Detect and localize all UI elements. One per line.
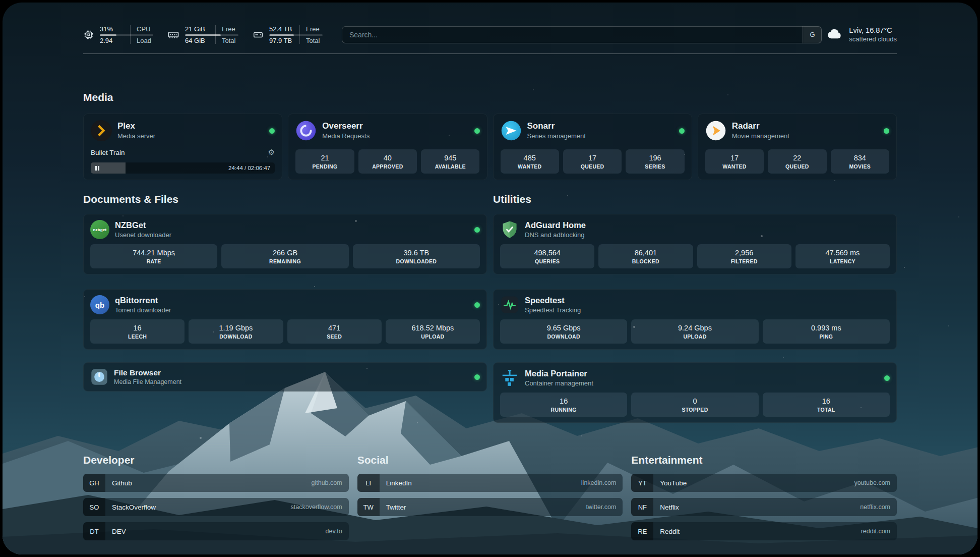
status-dot [474,227,480,233]
app-name: Sonarr [527,122,586,131]
stat-label: QUEUED [785,163,809,170]
radarr-icon [705,120,726,141]
bookmark-abbr: SO [83,498,105,516]
app-name: qBittorrent [115,296,171,305]
bookmark-abbr: YT [631,474,653,492]
card-header: qb qBittorrent Torrent downloader [90,295,480,314]
app-card-radarr[interactable]: Radarr Movie management 17 WANTED 22 QUE… [698,114,897,180]
bookmark-name: YouTube [660,479,687,487]
section-title-entertainment: Entertainment [631,454,897,466]
overseerr-available-stat: 945 AVAILABLE [421,149,479,174]
bookmark-name: Netflix [660,504,679,511]
stat-label: WANTED [722,163,746,170]
disk-total-value: 97.9 TB [269,37,300,44]
stat-value: 9.65 Gbps [547,324,581,332]
app-card-adguard[interactable]: AdGuard Home DNS and adblocking 498,564 … [493,214,897,274]
now-playing-title: Bullet Train [91,149,125,156]
bookmark-url: netflix.com [860,504,890,511]
bookmark-stackoverflow[interactable]: SO StackOverflow stackoverflow.com [83,498,349,516]
qbittorrent-icon-text: qb [95,301,105,309]
bookmark-url: reddit.com [861,528,890,535]
app-card-speedtest[interactable]: Speedtest Speedtest Tracking 9.65 Gbps D… [493,289,897,350]
disk-free-value: 52.4 TB [269,25,300,33]
adguard-filtered-stat: 2,956 FILTERED [697,244,791,268]
stat-value: 196 [649,154,661,162]
cpu-usage-bar [100,34,153,36]
playback-progress-bar: 24:44 / 02:06:47 [91,162,275,174]
qbittorrent-seed-stat: 471 SEED [287,319,382,344]
app-card-plex[interactable]: Plex Media server Bullet Train ⚙ 24:44 /… [83,114,282,180]
stat-value: 266 GB [273,249,297,257]
stat-label: TOTAL [817,407,835,413]
speedtest-icon [500,295,519,314]
utilities-column: Utilities [493,193,897,423]
sonarr-queued-stat: 17 QUEUED [563,149,622,174]
stat-label: LATENCY [830,258,855,264]
plex-icon [91,120,112,141]
bookmark-github[interactable]: GH Github github.com [83,474,349,492]
app-card-nzbget[interactable]: nzbget NZBGet Usenet downloader 744.21 M… [83,214,487,274]
search-engine-button[interactable]: G [803,26,822,43]
bookmark-twitter[interactable]: TW Twitter twitter.com [357,498,623,516]
bookmark-url: stackoverflow.com [291,504,342,511]
bookmark-name: Github [112,479,132,487]
playback-time: 24:44 / 02:06:47 [228,165,270,171]
app-card-filebrowser[interactable]: File Browser Media File Management [83,362,487,392]
app-subtitle: Torrent downloader [115,306,171,314]
stats-row: 21 PENDING 40 APPROVED 945 AVAILABLE [295,149,479,174]
radarr-queued-stat: 22 QUEUED [768,149,826,174]
stats-row: 744.21 Mbps RATE 266 GB REMAINING 39.6 T… [90,244,480,268]
bookmark-abbr: LI [357,474,380,492]
ram-total-value: 64 GiB [185,37,216,44]
stat-label: SERIES [645,163,665,170]
bookmark-abbr: DT [83,522,105,540]
app-card-portainer[interactable]: Media Portainer Container management 16 … [493,362,897,423]
cpu-load-label: Load [131,37,155,44]
app-card-overseerr[interactable]: Overseerr Media Requests 21 PENDING 40 A… [288,114,487,180]
bookmark-abbr: RE [631,522,653,540]
app-name: Media Portainer [525,369,593,378]
bookmark-youtube[interactable]: YT YouTube youtube.com [631,474,897,492]
bookmark-name: DEV [112,528,126,535]
stat-value: 834 [854,154,866,162]
memory-icon [167,29,179,41]
stat-label: UPLOAD [683,333,706,340]
bookmark-dev[interactable]: DT DEV dev.to [83,522,349,540]
sonarr-icon [501,120,522,141]
speedtest-upload-stat: 9.24 Gbps UPLOAD [631,319,758,344]
app-name: Radarr [732,122,789,131]
adguard-icon [500,220,519,239]
speedtest-ping-stat: 0.993 ms PING [763,319,890,344]
status-dot [269,128,275,134]
weather-location: Lviv, 16.87°C [849,26,897,34]
stat-label: BLOCKED [632,258,659,264]
bookmark-abbr: TW [357,498,380,516]
nzbget-rate-stat: 744.21 Mbps RATE [90,244,217,268]
search-input[interactable] [342,26,822,43]
hard-drive-icon [253,29,264,40]
overseerr-pending-stat: 21 PENDING [295,149,354,174]
app-name: Overseerr [322,122,370,131]
portainer-icon [500,368,519,387]
app-subtitle: Movie management [732,132,789,140]
bookmark-abbr: NF [631,498,653,516]
bookmark-linkedin[interactable]: LI LinkedIn linkedin.com [357,474,623,492]
section-title-documents: Documents & Files [83,193,487,205]
cpu-usage-label: CPU [131,25,155,33]
bookmark-netflix[interactable]: NF Netflix netflix.com [631,498,897,516]
pause-icon[interactable] [95,166,99,171]
gear-icon[interactable]: ⚙ [268,149,275,156]
app-card-sonarr[interactable]: Sonarr Series management 485 WANTED 17 Q… [493,114,692,180]
bookmark-url: youtube.com [854,479,890,486]
section-title-media: Media [83,91,897,103]
app-subtitle: Speedtest Tracking [525,306,581,314]
app-card-qbittorrent[interactable]: qb qBittorrent Torrent downloader 16 LEE… [83,289,487,350]
app-name: Plex [117,122,155,131]
portainer-total-stat: 16 TOTAL [763,393,890,417]
top-bar: 31% CPU 2.94 Load 21 GiB Free [83,25,897,44]
stat-value: 1.19 Gbps [219,324,253,332]
now-playing-row: Bullet Train ⚙ [91,149,275,156]
status-dot [884,375,890,381]
stat-label: QUERIES [535,258,560,264]
bookmark-reddit[interactable]: RE Reddit reddit.com [631,522,897,540]
